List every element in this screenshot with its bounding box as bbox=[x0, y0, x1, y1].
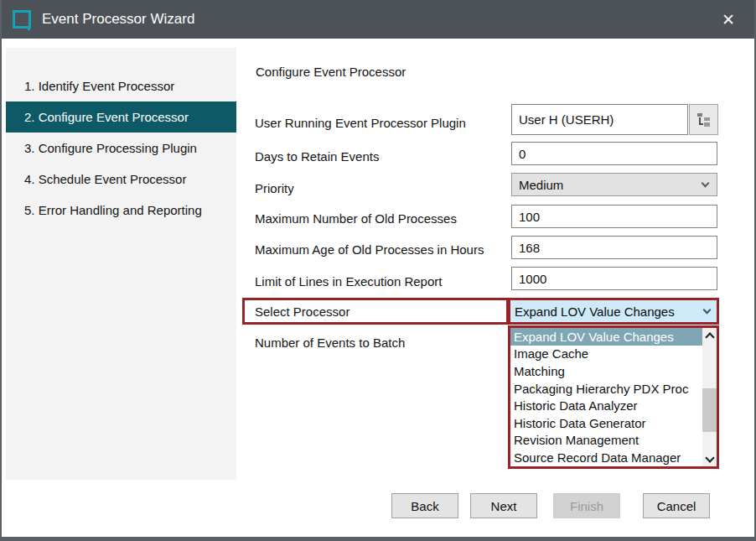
days-retain-label: Days to Retain Events bbox=[255, 149, 379, 164]
scrollbar-thumb[interactable] bbox=[702, 388, 717, 432]
max-old-processes-label: Maximum Number of Old Processes bbox=[255, 211, 457, 226]
priority-selected-value: Medium bbox=[519, 178, 563, 192]
list-item[interactable]: Matching bbox=[510, 362, 702, 380]
user-browse-button[interactable] bbox=[689, 104, 718, 135]
step-label: 1. Identify Event Processor bbox=[24, 79, 174, 93]
scroll-down-icon[interactable] bbox=[702, 452, 717, 466]
titlebar: Event Processor Wizard ✕ bbox=[2, 0, 754, 39]
max-age-hours-input[interactable] bbox=[511, 236, 717, 259]
chevron-down-icon bbox=[703, 305, 712, 314]
events-batch-label: Number of Events to Batch bbox=[255, 336, 405, 350]
user-running-label: User Running Event Processor Plugin bbox=[255, 116, 466, 130]
sidebar-item-schedule-event-processor[interactable]: 4. Schedule Event Processor bbox=[6, 164, 236, 195]
event-processor-wizard-window: Event Processor Wizard ✕ 1. Identify Eve… bbox=[0, 0, 756, 541]
list-item[interactable]: Packaging Hierarchy PDX Proc bbox=[510, 380, 702, 398]
app-logo-icon bbox=[13, 10, 31, 29]
wizard-steps-sidebar: 1. Identify Event Processor 2. Configure… bbox=[6, 48, 236, 480]
limit-lines-label: Limit of Lines in Execution Report bbox=[255, 274, 442, 289]
scroll-up-icon[interactable] bbox=[702, 328, 717, 342]
window-bottom-border bbox=[2, 537, 754, 541]
step-label: 2. Configure Event Processor bbox=[24, 110, 189, 124]
priority-label: Priority bbox=[255, 181, 294, 195]
max-age-hours-label: Maximum Age of Old Processes in Hours bbox=[255, 242, 484, 257]
select-processor-annotation-box: Select Processor bbox=[242, 298, 509, 325]
days-retain-input[interactable] bbox=[511, 142, 717, 165]
sidebar-item-configure-event-processor[interactable]: 2. Configure Event Processor bbox=[6, 101, 236, 133]
list-item[interactable]: Historic Data Generator bbox=[510, 414, 702, 432]
close-icon[interactable]: ✕ bbox=[716, 7, 741, 32]
sidebar-item-configure-processing-plugin[interactable]: 3. Configure Processing Plugin bbox=[6, 133, 236, 164]
hierarchy-browse-icon bbox=[696, 113, 711, 127]
cancel-button[interactable]: Cancel bbox=[643, 493, 710, 518]
select-processor-combobox[interactable]: Expand LOV Value Changes bbox=[508, 298, 719, 325]
select-processor-selected-value: Expand LOV Value Changes bbox=[515, 304, 675, 319]
priority-select[interactable]: Medium bbox=[511, 173, 717, 196]
list-item[interactable]: Revision Management bbox=[510, 432, 702, 450]
finish-button[interactable]: Finish bbox=[553, 493, 620, 518]
page-title: Configure Event Processor bbox=[256, 65, 406, 79]
select-processor-label: Select Processor bbox=[255, 304, 350, 319]
list-item[interactable]: Source Record Data Manager bbox=[510, 449, 702, 466]
max-old-processes-input[interactable] bbox=[511, 205, 717, 228]
limit-lines-input[interactable] bbox=[511, 267, 717, 290]
list-item[interactable]: Historic Data Analyzer bbox=[510, 397, 702, 414]
list-item[interactable]: Image Cache bbox=[510, 346, 702, 363]
list-item[interactable]: Expand LOV Value Changes bbox=[510, 328, 702, 346]
window-title: Event Processor Wizard bbox=[42, 11, 194, 28]
sidebar-item-error-handling-reporting[interactable]: 5. Error Handling and Reporting bbox=[6, 195, 236, 226]
back-button[interactable]: Back bbox=[391, 493, 458, 518]
step-label: 3. Configure Processing Plugin bbox=[24, 141, 197, 155]
list-scrollbar[interactable] bbox=[702, 328, 717, 466]
step-label: 5. Error Handling and Reporting bbox=[24, 203, 202, 217]
chevron-down-icon bbox=[702, 179, 710, 187]
step-label: 4. Schedule Event Processor bbox=[24, 172, 186, 186]
user-running-input[interactable] bbox=[511, 104, 688, 135]
processor-dropdown-list: Expand LOV Value Changes Image Cache Mat… bbox=[508, 325, 719, 469]
sidebar-item-identify-event-processor[interactable]: 1. Identify Event Processor bbox=[6, 70, 236, 101]
next-button[interactable]: Next bbox=[470, 493, 537, 518]
processor-options: Expand LOV Value Changes Image Cache Mat… bbox=[510, 328, 702, 466]
